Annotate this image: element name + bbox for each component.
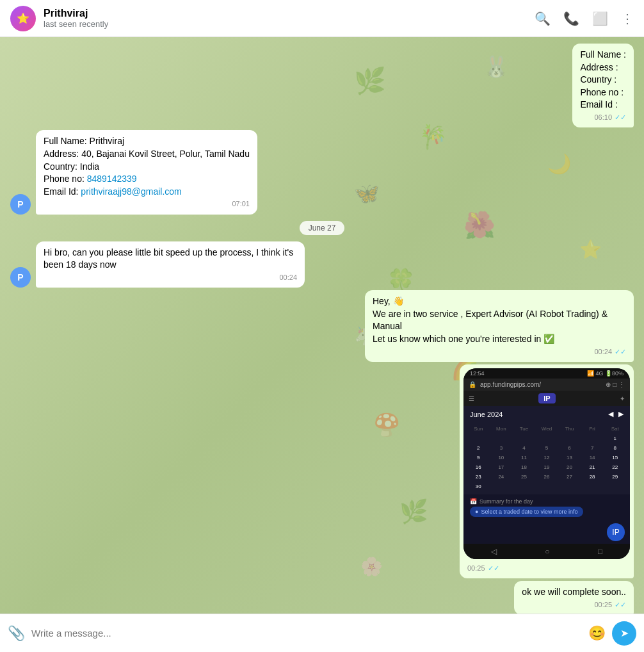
cal-cell: 10 (490, 453, 513, 462)
bubble-incoming: Full Name: Prithviraj Address: 40, Bajan… (36, 130, 257, 214)
msg-time: 06:10 (594, 113, 612, 122)
message-input[interactable] (31, 628, 582, 639)
back-button[interactable]: ◁ (491, 547, 497, 556)
cal-cell: 16 (467, 463, 490, 471)
phone-status-bar: 12:54 📶 4G 🔋80% (463, 368, 630, 379)
message-row: Full Name :Address :Country :Phone no :E… (10, 44, 634, 127)
cal-cell (513, 482, 535, 491)
tick-icon: ✓✓ (615, 600, 626, 610)
message-row: P Hi bro, can you please little bit spee… (10, 241, 634, 288)
cal-cell: 5 (536, 444, 558, 452)
bubble-outgoing: Full Name :Address :Country :Phone no :E… (572, 44, 634, 127)
more-icon[interactable]: ⋮ (621, 11, 634, 26)
fab-button[interactable]: IP (607, 523, 625, 541)
cal-cell: 9 (467, 453, 490, 462)
cal-cell: 28 (581, 473, 604, 481)
cal-row: 16 17 18 19 20 21 22 (467, 463, 626, 471)
cal-cell: 22 (604, 463, 626, 471)
message-row: Hey, 👋We are in two service , Expert Adv… (10, 290, 634, 362)
phone-calendar-grid: Sun Mon Tue Wed Thu Fri Sat (463, 422, 630, 494)
avatar: P (10, 267, 31, 288)
cal-cell: 13 (558, 453, 581, 462)
cal-cell: 17 (490, 463, 513, 471)
home-button[interactable]: ○ (545, 547, 549, 556)
cal-cell: 29 (604, 473, 626, 481)
phone-screen: 12:54 📶 4G 🔋80% 🔒 app.fundingpips.com/ ⊕… (463, 368, 630, 559)
cal-row: 1 (467, 434, 626, 443)
cal-cell: 14 (581, 453, 604, 462)
bubble-outgoing: ok we will complete soon.. 00:25 ✓✓ (514, 581, 634, 614)
recents-button[interactable]: □ (598, 547, 602, 556)
bubble-outgoing: Hey, 👋We are in two service , Expert Adv… (365, 290, 634, 362)
cal-day: Wed (536, 425, 558, 433)
cal-cell (604, 482, 626, 491)
msg-text: Full Name: Prithviraj Address: 40, Bajan… (44, 135, 250, 198)
cal-cell: 21 (581, 463, 604, 471)
msg-time: 00:24 (594, 347, 612, 357)
phone-calendar-header: June 2024 ◀ ▶ (463, 406, 630, 422)
calendar-month: June 2024 (470, 411, 503, 418)
badge-text: Select a traded date to view more info (481, 509, 577, 515)
cal-cell: 11 (513, 453, 535, 462)
contact-status: last seen recently (44, 19, 535, 29)
cal-cell (490, 482, 513, 491)
message-row: 12:54 📶 4G 🔋80% 🔒 app.fundingpips.com/ ⊕… (10, 364, 634, 578)
cal-cell: 23 (467, 473, 490, 481)
input-area: 📎 😊 ➤ (0, 614, 644, 652)
cal-cell (467, 434, 490, 443)
send-icon: ➤ (620, 627, 629, 639)
cal-cell: 20 (558, 463, 581, 471)
attach-icon[interactable]: 📎 (8, 625, 25, 642)
msg-text: Hey, 👋We are in two service , Expert Adv… (373, 295, 626, 345)
cal-header-row: Sun Mon Tue Wed Thu Fri Sat (467, 425, 626, 433)
cal-cell (558, 434, 581, 443)
cal-day: Thu (558, 425, 581, 433)
tick-icon: ✓✓ (615, 113, 626, 122)
message-row: P Full Name: Prithviraj Address: 40, Baj… (10, 130, 634, 214)
layout-icon[interactable]: ⬜ (592, 11, 608, 26)
msg-time: 00:25 (594, 600, 612, 610)
calendar-next[interactable]: ▶ (618, 410, 624, 418)
search-icon[interactable]: 🔍 (535, 11, 551, 26)
tick-icon: ✓✓ (615, 347, 626, 357)
cal-cell (513, 434, 535, 443)
cal-day: Tue (513, 425, 535, 433)
send-button[interactable]: ➤ (612, 621, 636, 646)
contact-avatar[interactable]: ⭐ (10, 6, 36, 31)
summary-label: Summary for the day (479, 498, 533, 505)
phone-summary: 📅 Summary for the day ● Select a traded … (463, 494, 630, 521)
msg-time: 00:25 (467, 564, 485, 572)
cal-row: 2 3 4 5 6 7 8 (467, 444, 626, 452)
cal-cell (581, 434, 604, 443)
msg-time: 00:24 (279, 273, 297, 282)
cal-cell: 18 (513, 463, 535, 471)
calendar-prev[interactable]: ◀ (608, 410, 613, 418)
cal-cell: 8 (604, 444, 626, 452)
chat-header: ⭐ Prithviraj last seen recently 🔍 📞 ⬜ ⋮ (0, 0, 644, 37)
cal-cell (490, 434, 513, 443)
phone-nav-bar: ☰ IP ✦ (463, 391, 630, 406)
msg-text: ok we will complete soon.. (522, 586, 626, 599)
cal-row: 9 10 11 12 13 14 15 (467, 453, 626, 462)
message-row: ok we will complete soon.. 00:25 ✓✓ (10, 581, 634, 614)
bubble-incoming: Hi bro, can you please little bit speed … (36, 241, 305, 288)
chat-area: Full Name :Address :Country :Phone no :E… (0, 37, 644, 614)
phone-link[interactable]: 8489142339 (87, 174, 137, 184)
email-link[interactable]: prithviraajj98@gmail.com (81, 186, 181, 197)
cal-day: Mon (490, 425, 513, 433)
contact-info: Prithviraj last seen recently (44, 8, 535, 29)
cal-cell: 1 (604, 434, 626, 443)
emoji-icon[interactable]: 😊 (588, 625, 606, 642)
msg-text: Full Name :Address :Country :Phone no :E… (580, 49, 626, 111)
cal-cell (581, 482, 604, 491)
cal-row: 30 (467, 482, 626, 491)
cal-cell: 2 (467, 444, 490, 452)
cal-cell: 15 (604, 453, 626, 462)
header-actions: 🔍 📞 ⬜ ⋮ (535, 11, 634, 26)
cal-cell: 12 (536, 453, 558, 462)
cal-cell (536, 482, 558, 491)
call-icon[interactable]: 📞 (563, 11, 579, 26)
cal-cell: 4 (513, 444, 535, 452)
cal-cell: 27 (558, 473, 581, 481)
date-badge: June 27 (300, 221, 345, 235)
